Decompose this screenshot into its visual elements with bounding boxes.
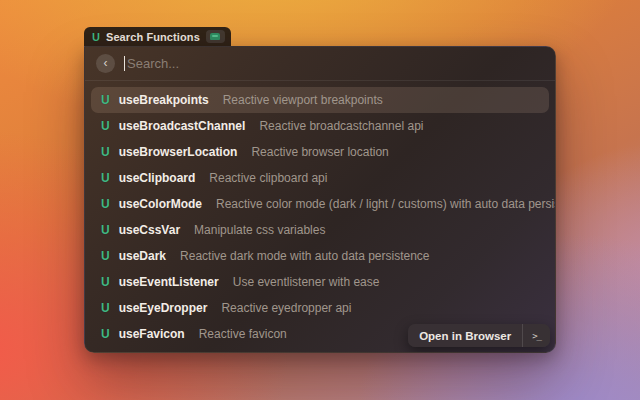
- list-item-useclipboard[interactable]: U useClipboard Reactive clipboard api: [91, 165, 549, 191]
- vueuse-item-icon: U: [101, 327, 110, 341]
- terminal-prompt-icon: >_: [523, 331, 550, 341]
- list-item-usefullscreen[interactable]: U useFullscreen Reactive fullscreen api: [91, 347, 549, 353]
- function-description: Manipulate css variables: [194, 223, 325, 237]
- vueuse-item-icon: U: [101, 301, 110, 315]
- function-description: Reactive broadcastchannel api: [259, 119, 423, 133]
- search-placeholder: Search...: [127, 56, 179, 71]
- function-name: useBrowserLocation: [119, 145, 238, 159]
- badge-glyph-icon: [210, 33, 220, 40]
- pill-title: Search Functions: [106, 31, 200, 43]
- list-item-useeventlistener[interactable]: U useEventListener Use eventlistener wit…: [91, 269, 549, 295]
- function-description: Reactive dark mode with auto data persis…: [180, 249, 429, 263]
- extension-pill[interactable]: U Search Functions: [84, 27, 231, 46]
- vueuse-item-icon: U: [101, 119, 110, 133]
- function-name: useBroadcastChannel: [119, 119, 246, 133]
- vueuse-item-icon: U: [101, 145, 110, 159]
- function-description: Reactive color mode (dark / light / cust…: [216, 197, 556, 211]
- vueuse-item-icon: U: [101, 249, 110, 263]
- function-description: Reactive eyedropper api: [221, 301, 351, 315]
- back-button[interactable]: ‹: [96, 54, 115, 73]
- list-item-usecssvar[interactable]: U useCssVar Manipulate css variables: [91, 217, 549, 243]
- function-name: useBreakpoints: [119, 93, 209, 107]
- function-name: useDark: [119, 249, 166, 263]
- function-description: Reactive favicon: [199, 327, 287, 341]
- function-description: Reactive clipboard api: [209, 171, 327, 185]
- function-description: Reactive viewport breakpoints: [223, 93, 383, 107]
- list-item-usebreakpoints[interactable]: U useBreakpoints Reactive viewport break…: [91, 87, 549, 113]
- text-cursor: [124, 56, 125, 71]
- vueuse-item-icon: U: [101, 171, 110, 185]
- list-item-useeyedropper[interactable]: U useEyeDropper Reactive eyedropper api: [91, 295, 549, 321]
- vueuse-item-icon: U: [101, 93, 110, 107]
- list-item-usebrowserlocation[interactable]: U useBrowserLocation Reactive browser lo…: [91, 139, 549, 165]
- function-name: useEyeDropper: [119, 301, 208, 315]
- function-list: U useBreakpoints Reactive viewport break…: [85, 81, 555, 353]
- list-item-usecolormode[interactable]: U useColorMode Reactive color mode (dark…: [91, 191, 549, 217]
- vueuse-item-icon: U: [101, 197, 110, 211]
- function-name: useCssVar: [119, 223, 180, 237]
- function-name: useEventListener: [119, 275, 219, 289]
- function-description: Use eventlistener with ease: [233, 275, 380, 289]
- open-in-browser-label: Open in Browser: [408, 330, 522, 342]
- search-input[interactable]: Search...: [124, 56, 544, 71]
- launcher-window: ‹ Search... U useBreakpoints Reactive vi…: [84, 46, 556, 353]
- open-in-browser-button[interactable]: Open in Browser >_: [408, 324, 550, 347]
- function-description: Reactive browser location: [251, 145, 388, 159]
- vueuse-item-icon: U: [101, 223, 110, 237]
- search-bar: ‹ Search...: [85, 47, 555, 81]
- list-item-usebroadcastchannel[interactable]: U useBroadcastChannel Reactive broadcast…: [91, 113, 549, 139]
- function-name: useColorMode: [119, 197, 202, 211]
- vueuse-item-icon: U: [101, 275, 110, 289]
- function-name: useFavicon: [119, 327, 185, 341]
- list-item-usedark[interactable]: U useDark Reactive dark mode with auto d…: [91, 243, 549, 269]
- vueuse-logo-icon: U: [92, 31, 100, 43]
- function-name: useClipboard: [119, 171, 196, 185]
- extension-badge-icon[interactable]: [206, 30, 225, 43]
